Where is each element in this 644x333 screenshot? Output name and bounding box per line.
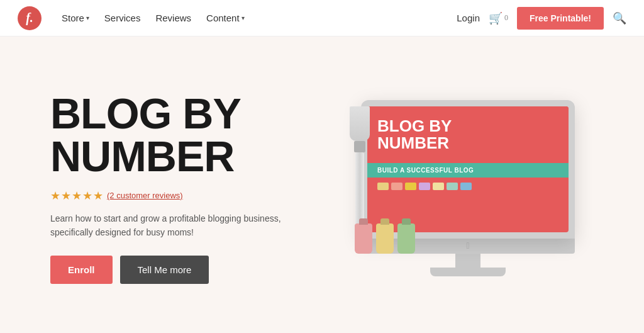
nav-content[interactable]: Content ▾ <box>200 9 251 27</box>
header-right: Login 🛒 0 Free Printable! 🔍 <box>457 7 626 30</box>
bottle-yellow <box>376 223 394 254</box>
dot-3 <box>405 183 416 190</box>
dot-5 <box>433 183 444 190</box>
header: f. Store ▾ Services Reviews Content ▾ Lo… <box>0 0 644 37</box>
store-chevron-icon: ▾ <box>86 14 89 21</box>
hero-image: BLOG BY NUMBER BUILD A SUCCESSFUL BLOG <box>336 100 600 276</box>
enroll-button[interactable]: Enroll <box>50 256 113 284</box>
tell-more-button[interactable]: Tell Me more <box>120 256 209 284</box>
screen-subtitle: BUILD A SUCCESSFUL BLOG <box>377 167 558 174</box>
logo[interactable]: f. <box>18 6 42 30</box>
cart-count: 0 <box>504 13 508 23</box>
stars-display: ★★★★★ <box>50 189 104 203</box>
cart-button[interactable]: 🛒 0 <box>489 11 508 25</box>
apple-logo-icon:  <box>466 241 469 251</box>
free-printable-button[interactable]: Free Printable! <box>517 7 604 30</box>
imac-screen: BLOG BY NUMBER BUILD A SUCCESSFUL BLOG <box>367 106 569 232</box>
nav-store[interactable]: Store ▾ <box>55 9 96 27</box>
header-left: f. Store ▾ Services Reviews Content ▾ <box>18 6 251 30</box>
imac-stand-neck <box>455 254 480 268</box>
imac-mockup: BLOG BY NUMBER BUILD A SUCCESSFUL BLOG <box>348 100 587 276</box>
brush-ferrule <box>354 141 365 152</box>
screen-title: BLOG BY NUMBER <box>377 118 558 152</box>
hero-title: BLOG BY NUMBER <box>50 92 302 178</box>
hero-section: BLOG BY NUMBER ★★★★★ (2 customer reviews… <box>0 37 644 333</box>
cart-icon: 🛒 <box>489 11 502 25</box>
imac-stand-base <box>430 268 506 276</box>
imac-monitor: BLOG BY NUMBER BUILD A SUCCESSFUL BLOG <box>361 100 575 239</box>
dot-4 <box>419 183 430 190</box>
hero-description: Learn how to start and grow a profitable… <box>50 212 302 240</box>
search-icon: 🔍 <box>613 12 626 25</box>
dot-7 <box>460 183 472 190</box>
screen-subtitle-bar: BUILD A SUCCESSFUL BLOG <box>367 163 569 178</box>
paint-bottles <box>355 223 415 254</box>
bottle-pink <box>355 223 372 254</box>
content-chevron-icon: ▾ <box>242 14 245 21</box>
dot-1 <box>377 183 389 190</box>
nav-reviews[interactable]: Reviews <box>149 9 197 27</box>
hero-buttons: Enroll Tell Me more <box>50 256 302 284</box>
nav-services[interactable]: Services <box>98 9 147 27</box>
brush-bristles <box>350 106 370 141</box>
review-link[interactable]: (2 customer reviews) <box>107 191 183 200</box>
hero-rating: ★★★★★ (2 customer reviews) <box>50 189 302 203</box>
dot-2 <box>391 183 402 190</box>
dot-6 <box>447 183 458 190</box>
hero-content: BLOG BY NUMBER ★★★★★ (2 customer reviews… <box>50 92 302 285</box>
login-link[interactable]: Login <box>457 13 480 23</box>
screen-top: BLOG BY NUMBER <box>367 106 569 159</box>
bottle-green <box>397 223 415 254</box>
main-nav: Store ▾ Services Reviews Content ▾ <box>55 9 251 27</box>
screen-dots <box>367 178 569 195</box>
search-button[interactable]: 🔍 <box>613 11 626 25</box>
